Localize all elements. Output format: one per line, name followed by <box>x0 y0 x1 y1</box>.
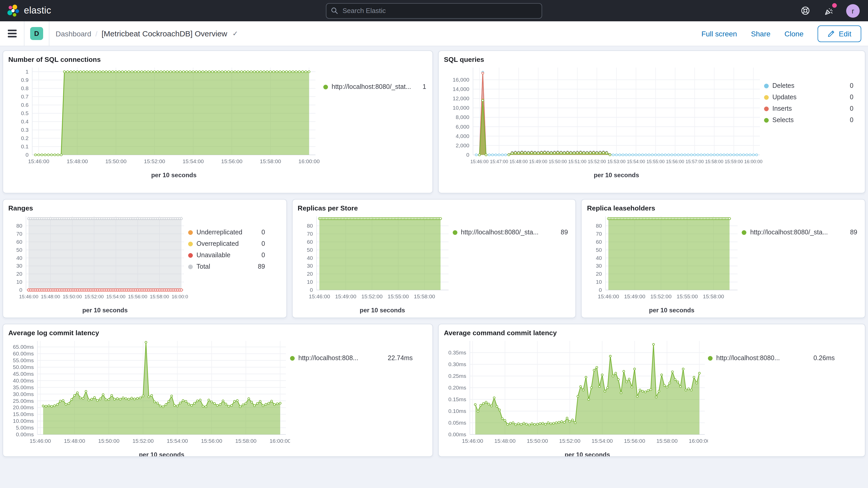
svg-text:15:52:00: 15:52:00 <box>144 158 165 164</box>
full-screen-button[interactable]: Full screen <box>702 29 737 38</box>
svg-text:10,000: 10,000 <box>453 105 469 111</box>
clone-button[interactable]: Clone <box>784 29 804 38</box>
legend-series-dot <box>188 241 193 246</box>
title-check-icon[interactable]: ✓ <box>232 30 238 37</box>
svg-text:15:56:00: 15:56:00 <box>201 438 222 444</box>
svg-text:10: 10 <box>307 279 313 285</box>
svg-text:30: 30 <box>307 263 313 269</box>
breadcrumb-separator: / <box>95 29 97 38</box>
svg-text:15:57:00: 15:57:00 <box>686 159 704 164</box>
svg-text:15:58:00: 15:58:00 <box>414 293 435 299</box>
notification-dot <box>832 3 837 7</box>
dashboard-app-badge[interactable]: D <box>30 27 43 40</box>
panel-title[interactable]: SQL queries <box>444 56 861 63</box>
svg-text:25.00ms: 25.00ms <box>13 398 34 404</box>
elastic-brand[interactable]: elastic <box>0 4 51 18</box>
svg-text:15:48:00: 15:48:00 <box>64 438 85 444</box>
svg-text:15:50:00: 15:50:00 <box>105 158 127 164</box>
legend-item[interactable]: Inserts0 <box>764 105 854 112</box>
svg-text:0.8: 0.8 <box>21 85 29 91</box>
legend-item[interactable]: http://localhost:808...22.74ms <box>290 355 413 362</box>
svg-text:60: 60 <box>17 239 22 245</box>
svg-text:10: 10 <box>596 279 602 285</box>
svg-text:0.35ms: 0.35ms <box>448 349 466 356</box>
svg-text:1: 1 <box>26 69 29 74</box>
svg-text:30.00ms: 30.00ms <box>13 391 34 397</box>
search-icon <box>331 7 338 14</box>
svg-text:55.00ms: 55.00ms <box>13 357 34 363</box>
svg-text:65.00ms: 65.00ms <box>13 344 34 350</box>
svg-text:5.00ms: 5.00ms <box>16 425 34 431</box>
legend-item[interactable]: Updates0 <box>764 94 854 101</box>
legend-item[interactable]: Total89 <box>188 263 265 270</box>
help-button[interactable] <box>798 4 812 18</box>
svg-text:50.00ms: 50.00ms <box>13 364 34 370</box>
svg-text:10: 10 <box>17 279 22 285</box>
top-header: elastic <box>0 0 868 21</box>
svg-text:15:58:00: 15:58:00 <box>705 159 723 164</box>
legend-item[interactable]: http://localhost:8080...0.26ms <box>708 355 835 362</box>
search-input[interactable] <box>341 6 537 15</box>
legend-item[interactable]: http://localhost:8080/_sta...89 <box>742 229 857 236</box>
svg-text:15:59:00: 15:59:00 <box>725 159 743 164</box>
svg-text:40.00ms: 40.00ms <box>13 377 34 384</box>
share-button[interactable]: Share <box>751 29 771 38</box>
svg-text:15:54:00: 15:54:00 <box>106 294 126 299</box>
newsfeed-button[interactable] <box>822 4 836 18</box>
svg-text:0: 0 <box>19 287 22 293</box>
menu-button[interactable] <box>0 21 24 46</box>
panel-title[interactable]: Number of SQL connections <box>8 56 428 63</box>
svg-text:16,000: 16,000 <box>453 77 469 83</box>
global-search[interactable] <box>326 3 542 19</box>
legend-item[interactable]: Overreplicated0 <box>188 240 265 247</box>
svg-text:15:50:00: 15:50:00 <box>98 438 120 444</box>
legend-series-dot <box>188 264 193 269</box>
x-axis-label: per 10 seconds <box>37 451 286 457</box>
svg-text:80: 80 <box>307 223 313 229</box>
panel-title[interactable]: Average command commit latency <box>444 329 861 337</box>
elastic-logo <box>6 4 20 18</box>
x-axis-label: per 10 seconds <box>316 307 448 314</box>
legend-series-label: Overreplicated <box>196 240 239 247</box>
svg-text:30: 30 <box>596 263 602 269</box>
life-ring-icon <box>800 6 810 16</box>
svg-text:0: 0 <box>599 287 602 293</box>
svg-text:15:54:00: 15:54:00 <box>627 159 645 164</box>
panel-title[interactable]: Average log commit latency <box>8 329 428 337</box>
user-avatar[interactable]: r <box>846 4 860 18</box>
panel-title[interactable]: Ranges <box>8 204 282 212</box>
legend-item[interactable]: Underreplicated0 <box>188 229 265 236</box>
panel-title[interactable]: Replica leaseholders <box>587 204 861 212</box>
svg-text:16:00:00: 16:00:00 <box>172 294 188 299</box>
svg-text:15:48:00: 15:48:00 <box>41 294 60 299</box>
panel-title[interactable]: Replicas per Store <box>298 204 571 212</box>
breadcrumb-dashboard-link[interactable]: Dashboard <box>56 29 91 38</box>
chart-legend: http://localhost:8080/_sta...89 <box>453 213 570 240</box>
legend-series-label: Selects <box>772 116 794 124</box>
replicas-per-store-chart: 0102030405060708015:46:0015:49:0015:52:0… <box>298 213 453 302</box>
svg-text:15:52:00: 15:52:00 <box>361 293 382 299</box>
breadcrumb: Dashboard / [Metricbeat CockroachDB] Ove… <box>50 29 238 38</box>
x-axis-label: per 10 seconds <box>26 307 184 314</box>
edit-button[interactable]: Edit <box>817 25 861 42</box>
svg-text:70: 70 <box>307 231 313 237</box>
legend-item[interactable]: Deletes0 <box>764 82 854 89</box>
brand-name: elastic <box>24 5 51 16</box>
legend-item[interactable]: Selects0 <box>764 116 854 124</box>
log-commit-latency-chart: 0.00ms5.00ms10.00ms15.00ms20.00ms25.00ms… <box>8 338 290 447</box>
legend-series-label: Inserts <box>772 105 792 112</box>
svg-text:0: 0 <box>26 152 29 158</box>
svg-text:15:49:00: 15:49:00 <box>624 293 646 299</box>
legend-series-dot <box>453 230 457 235</box>
svg-text:15:52:00: 15:52:00 <box>85 294 104 299</box>
svg-text:15:58:00: 15:58:00 <box>150 294 169 299</box>
page-title[interactable]: [Metricbeat CockroachDB] Overview <box>102 29 227 38</box>
legend-item[interactable]: http://localhost:8080/_stat...1 <box>323 83 426 90</box>
svg-text:20: 20 <box>17 271 22 277</box>
legend-item[interactable]: http://localhost:8080/_sta...89 <box>453 229 568 236</box>
legend-item[interactable]: Unavailable0 <box>188 251 265 259</box>
svg-text:40: 40 <box>17 255 22 261</box>
svg-text:20.00ms: 20.00ms <box>13 404 34 410</box>
legend-series-label: Deletes <box>772 82 795 89</box>
svg-text:10.00ms: 10.00ms <box>13 418 34 424</box>
